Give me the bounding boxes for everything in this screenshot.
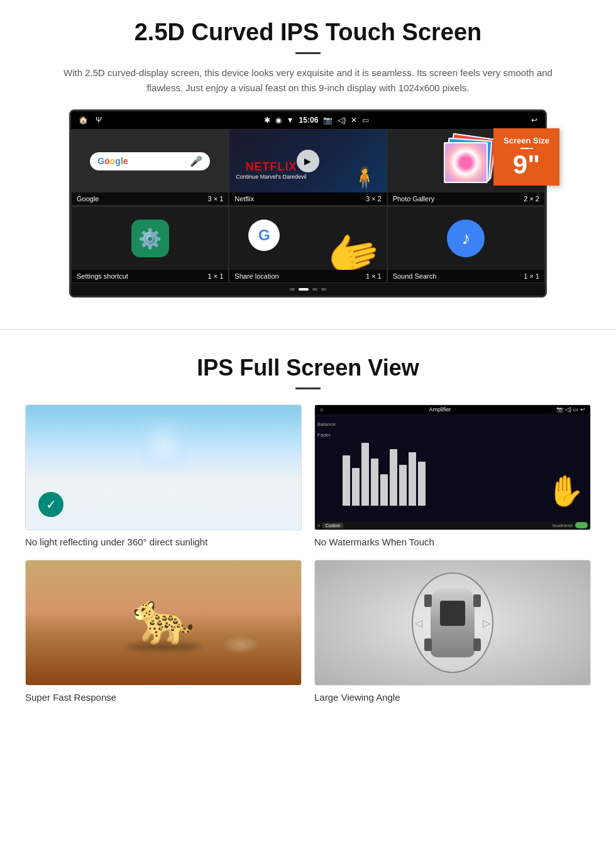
- amp-footer: « Custom loudness: [315, 521, 590, 530]
- google-logo: Google: [97, 156, 128, 166]
- eq-bars-area: ✋: [343, 416, 588, 518]
- google-label-text: Google: [77, 195, 99, 203]
- car-roof: [440, 601, 465, 626]
- amplifier-feature: ⌂ Amplifier 📷 ◁) ▭ ↩ Balance Fader: [314, 404, 591, 547]
- badge-underline: [520, 148, 533, 149]
- eq-bar-2: [352, 468, 360, 506]
- balance-label: Balance: [317, 421, 343, 427]
- sound-search-content: ♪: [388, 207, 544, 270]
- netflix-app-label: Netflix 3 × 2: [229, 192, 386, 205]
- cheetah-label: Super Fast Response: [25, 692, 302, 703]
- location-icon: ◉: [275, 116, 282, 125]
- custom-badge: Custom: [322, 523, 343, 528]
- car-label: Large Viewing Angle: [314, 692, 591, 703]
- netflix-app-content: ▶ NETFLIX Continue Marvel's Daredevil 🧍: [229, 130, 386, 192]
- sound-search-label-text: Sound Search: [393, 272, 437, 280]
- car-visual: ◁ ▷: [315, 560, 590, 685]
- car-feature: ◁ ▷ Large Viewing Angle: [314, 560, 591, 703]
- dust-cloud: [222, 635, 260, 654]
- sky-gradient: [26, 405, 301, 530]
- google-app-cell[interactable]: Google 🎤 Google 3 × 1: [71, 129, 229, 206]
- car-image: ◁ ▷: [314, 560, 591, 686]
- badge-label: Screen Size: [503, 136, 549, 145]
- dot-1[interactable]: [290, 288, 295, 291]
- amp-content: Balance Fader: [315, 414, 590, 521]
- close-icon: ✕: [351, 116, 357, 125]
- pagination-dots: [71, 283, 545, 296]
- window-icon: ▭: [362, 116, 369, 125]
- amp-sidebar: Balance Fader: [317, 416, 343, 518]
- eq-bar-8: [409, 452, 416, 506]
- wheel-rl: [424, 638, 432, 651]
- netflix-label-text: Netflix: [234, 195, 254, 203]
- car-container: ◁ ▷: [431, 588, 475, 657]
- dot-2[interactable]: [299, 288, 309, 291]
- section-divider: [0, 329, 616, 330]
- badge-size: 9": [503, 152, 549, 178]
- dot-4[interactable]: [321, 288, 326, 291]
- fader-label: Fader: [317, 432, 343, 438]
- amp-home-icon: ⌂: [320, 406, 323, 413]
- google-app-content: Google 🎤: [72, 130, 228, 192]
- status-left-icons: 🏠 Ψ: [79, 116, 102, 125]
- mic-icon[interactable]: 🎤: [190, 155, 202, 167]
- sunlight-label: No light reflecting under 360° direct su…: [25, 537, 302, 547]
- eq-bar-3: [361, 443, 369, 506]
- wheel-fr: [473, 594, 481, 607]
- cheetah-emoji: 🐆: [132, 589, 195, 648]
- sound-search-cell[interactable]: ♪ Sound Search 1 × 1: [387, 206, 545, 283]
- section1-description: With 2.5D curved-display screen, this de…: [50, 65, 566, 96]
- teal-circle-icon: ✓: [38, 492, 63, 517]
- eq-bar-6: [390, 449, 397, 506]
- settings-cell[interactable]: ⚙️ Settings shortcut 1 × 1: [71, 206, 229, 283]
- status-center-icons: ✱ ◉ ▼ 15:06 📷 ◁) ✕ ▭: [264, 116, 370, 125]
- netflix-overlay: NETFLIX Continue Marvel's Daredevil: [236, 160, 306, 180]
- sunlight-visual: ✓: [26, 405, 301, 530]
- loudness-toggle[interactable]: [575, 522, 588, 528]
- cheetah-shadow: [126, 643, 201, 650]
- wheel-fl: [424, 594, 432, 607]
- eq-bar-1: [343, 455, 350, 506]
- car-viewing-oval: ◁ ▷: [412, 572, 493, 673]
- hand-pointing-icon: 🫱: [320, 221, 386, 270]
- section2-underline: [295, 387, 321, 389]
- cheetah-image: 🐆: [25, 560, 302, 686]
- title-underline: [295, 52, 321, 54]
- section-ips-view: IPS Full Screen View ✓ No light reflecti…: [0, 348, 616, 721]
- netflix-grid-size: 3 × 2: [366, 195, 382, 203]
- photo-gallery-label: Photo Gallery 2 × 2: [388, 192, 544, 205]
- home-icon[interactable]: 🏠: [79, 116, 88, 125]
- screen-size-badge: Screen Size 9": [493, 128, 559, 186]
- dot-3[interactable]: [312, 288, 317, 291]
- status-bar: 🏠 Ψ ✱ ◉ ▼ 15:06 📷 ◁) ✕ ▭ ↩: [71, 111, 545, 129]
- app-grid-row1: Google 🎤 Google 3 × 1: [71, 129, 545, 206]
- back-icon[interactable]: ↩: [531, 116, 537, 125]
- cheetah-feature: 🐆 Super Fast Response: [25, 560, 302, 703]
- share-location-content: G 🫱: [229, 207, 386, 270]
- photo-gallery-grid-size: 2 × 2: [524, 195, 539, 203]
- camera-icon: 📷: [323, 116, 333, 125]
- feature-grid: ✓ No light reflecting under 360° direct …: [25, 404, 591, 703]
- settings-grid-size: 1 × 1: [208, 272, 224, 280]
- sound-search-label: Sound Search 1 × 1: [388, 270, 544, 282]
- eq-bar-5: [380, 474, 388, 506]
- settings-label: Settings shortcut 1 × 1: [72, 270, 228, 282]
- share-location-cell[interactable]: G 🫱 Share location 1 × 1: [229, 206, 387, 283]
- bluetooth-icon: ✱: [264, 116, 270, 125]
- sunlight-image: ✓: [25, 404, 302, 530]
- settings-content: ⚙️: [72, 207, 228, 270]
- arrow-left-icon: ◁: [415, 617, 422, 629]
- netflix-content: ▶ NETFLIX Continue Marvel's Daredevil 🧍: [229, 130, 386, 192]
- netflix-subtitle: Continue Marvel's Daredevil: [236, 174, 306, 180]
- section2-title: IPS Full Screen View: [25, 355, 591, 381]
- flower-image: [445, 143, 487, 182]
- usb-icon: Ψ: [96, 116, 102, 125]
- netflix-app-cell[interactable]: ▶ NETFLIX Continue Marvel's Daredevil 🧍 …: [229, 129, 387, 206]
- share-location-label: Share location 1 × 1: [229, 270, 386, 282]
- share-location-label-text: Share location: [234, 272, 278, 280]
- google-search-bar[interactable]: Google 🎤: [90, 152, 210, 170]
- settings-label-text: Settings shortcut: [77, 272, 128, 280]
- sunlight-feature: ✓ No light reflecting under 360° direct …: [25, 404, 302, 547]
- amplifier-visual: ⌂ Amplifier 📷 ◁) ▭ ↩ Balance Fader: [315, 405, 590, 530]
- sound-search-grid-size: 1 × 1: [524, 272, 539, 280]
